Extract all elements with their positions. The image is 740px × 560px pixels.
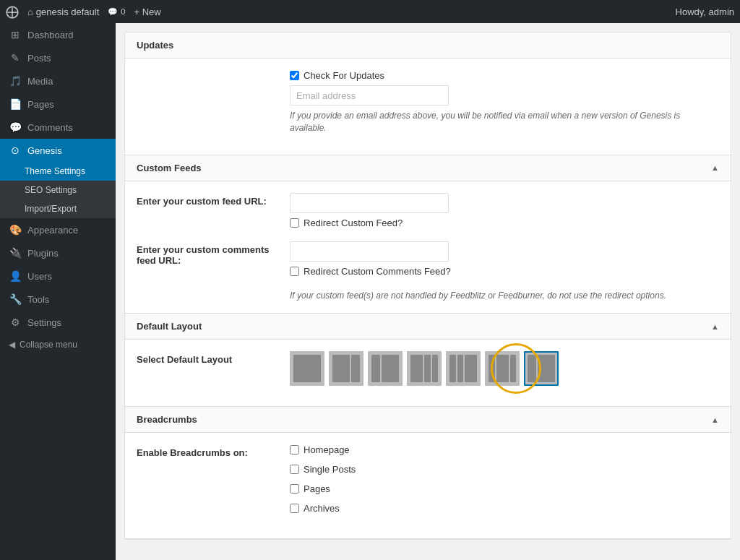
breadcrumbs-section: Breadcrumbs ▲ Enable Breadcrumbs on: Hom…	[125, 407, 731, 539]
layout-sidebar-content-sidebar[interactable]	[485, 351, 520, 386]
users-icon: 👤	[9, 270, 22, 282]
layout-right-sidebar[interactable]	[524, 351, 559, 386]
sidebar-item-tools[interactable]: 🔧 Tools	[0, 288, 116, 311]
default-layout-body: Select Default Layout	[125, 340, 731, 406]
submenu-item-theme-settings[interactable]: Theme Settings	[0, 162, 116, 181]
collapse-icon: ◀	[9, 340, 15, 350]
breadcrumb-homepage-checkbox[interactable]	[290, 445, 299, 455]
breadcrumb-archives-row: Archives	[290, 503, 719, 514]
settings-icon: ⚙	[9, 316, 22, 328]
pages-icon: 📄	[9, 98, 22, 110]
updates-field: Check For Updates If you provide an emai…	[290, 70, 719, 134]
sidebar-item-settings[interactable]: ⚙ Settings	[0, 311, 116, 334]
breadcrumb-pages-row: Pages	[290, 483, 719, 494]
new-content-button[interactable]: + New	[134, 7, 160, 17]
wp-logo-icon[interactable]: ⨁	[6, 4, 19, 20]
genesis-icon: ⊙	[9, 145, 22, 156]
breadcrumbs-checkbox-group: Homepage Single Posts Pages	[290, 444, 719, 518]
updates-section-header[interactable]: Updates	[125, 33, 731, 59]
media-icon: 🎵	[9, 75, 22, 87]
howdy-text: Howdy, admin	[676, 7, 734, 17]
dashboard-icon: ⊞	[9, 29, 22, 40]
breadcrumbs-body: Enable Breadcrumbs on: Homepage Single P…	[125, 433, 731, 538]
sidebar-item-genesis[interactable]: ⊙ Genesis	[0, 139, 116, 162]
layout-options-field	[290, 351, 719, 386]
default-layout-header[interactable]: Default Layout ▲	[125, 314, 731, 340]
breadcrumb-single-posts-checkbox[interactable]	[290, 465, 299, 474]
sidebar-item-media[interactable]: 🎵 Media	[0, 69, 116, 92]
comments-icon: 💬	[9, 121, 22, 133]
comments-feed-url-row: Enter your custom comments feed URL: Red…	[137, 241, 719, 281]
breadcrumbs-toggle-icon: ▲	[711, 415, 719, 424]
feed-url-input[interactable]	[290, 193, 449, 213]
feed-url-label: Enter your custom feed URL:	[137, 193, 281, 207]
tools-icon: 🔧	[9, 293, 22, 305]
layout-sidebar-content[interactable]	[368, 351, 403, 386]
sidebar-item-users[interactable]: 👤 Users	[0, 264, 116, 288]
submenu-item-seo-settings[interactable]: SEO Settings	[0, 181, 116, 199]
custom-feeds-note: If your custom feed(s) are not handled b…	[290, 290, 719, 302]
sidebar-item-posts[interactable]: ✎ Posts	[0, 46, 116, 69]
breadcrumbs-options-field: Homepage Single Posts Pages	[290, 444, 719, 518]
breadcrumbs-header[interactable]: Breadcrumbs ▲	[125, 407, 731, 433]
breadcrumb-pages-checkbox[interactable]	[290, 484, 299, 494]
layout-content-sidebar[interactable]	[329, 351, 363, 386]
sidebar-item-dashboard[interactable]: ⊞ Dashboard	[0, 23, 116, 46]
feed-url-field: Redirect Custom Feed?	[290, 193, 719, 233]
breadcrumb-single-posts-row: Single Posts	[290, 464, 719, 475]
admin-bar: ⨁ ⌂ genesis default 💬 0 + New Howdy, adm…	[0, 0, 740, 23]
comments-feed-url-input[interactable]	[290, 241, 449, 262]
layout-selector	[290, 351, 719, 386]
updates-section: Updates Check For Updates	[125, 33, 731, 155]
select-layout-label: Select Default Layout	[137, 351, 281, 365]
settings-wrap: Updates Check For Updates	[124, 32, 731, 540]
genesis-submenu: Theme Settings SEO Settings Import/Expor…	[0, 162, 116, 218]
layout-content-sidebar-sidebar[interactable]	[407, 351, 442, 386]
breadcrumb-homepage-row: Homepage	[290, 444, 719, 455]
default-layout-toggle-icon: ▲	[711, 322, 719, 331]
appearance-icon: 🎨	[9, 224, 22, 236]
posts-icon: ✎	[9, 52, 22, 64]
select-layout-row: Select Default Layout	[137, 351, 719, 386]
sidebar-item-appearance[interactable]: 🎨 Appearance	[0, 218, 116, 241]
default-layout-section: Default Layout ▲ Select Default Layout	[125, 314, 731, 407]
custom-feeds-section: Custom Feeds ▲ Enter your custom feed UR…	[125, 155, 731, 314]
email-input[interactable]	[290, 85, 449, 105]
check-updates-row: Check For Updates If you provide an emai…	[137, 70, 719, 134]
updates-section-body: Check For Updates If you provide an emai…	[125, 59, 731, 155]
custom-feeds-body: Enter your custom feed URL: Redirect Cus…	[125, 181, 731, 314]
layout-sidebar-sidebar-content[interactable]	[446, 351, 481, 386]
sidebar-item-pages[interactable]: 📄 Pages	[0, 92, 116, 116]
breadcrumb-archives-checkbox[interactable]	[290, 504, 299, 513]
sidebar-item-comments[interactable]: 💬 Comments	[0, 116, 116, 139]
breadcrumbs-enable-label: Enable Breadcrumbs on:	[137, 444, 281, 458]
updates-label	[137, 70, 281, 73]
comments-icon-bar[interactable]: 💬 0	[108, 7, 125, 17]
plugins-icon: 🔌	[9, 247, 22, 259]
collapse-menu-button[interactable]: ◀ Collapse menu	[0, 334, 116, 356]
sidebar-item-plugins[interactable]: 🔌 Plugins	[0, 241, 116, 264]
redirect-comments-checkbox[interactable]	[290, 267, 299, 276]
main-content: Updates Check For Updates	[116, 23, 740, 560]
redirect-comments-feed-row: Redirect Custom Comments Feed?	[290, 266, 719, 277]
check-updates-checkbox-row: Check For Updates	[290, 70, 719, 81]
admin-sidebar: ⊞ Dashboard ✎ Posts 🎵 Media 📄 Pages 💬 Co…	[0, 23, 116, 560]
submenu-item-import-export[interactable]: Import/Export	[0, 199, 116, 218]
comments-feed-url-field: Redirect Custom Comments Feed?	[290, 241, 719, 281]
breadcrumbs-enable-row: Enable Breadcrumbs on: Homepage Single P…	[137, 444, 719, 518]
check-updates-checkbox[interactable]	[290, 71, 299, 80]
site-name[interactable]: ⌂ genesis default	[27, 7, 99, 17]
redirect-feed-row: Redirect Custom Feed?	[290, 217, 719, 228]
layout-full-width[interactable]	[290, 351, 324, 386]
updates-note: If you provide an email address above, y…	[290, 110, 719, 134]
redirect-feed-checkbox[interactable]	[290, 218, 299, 228]
comments-feed-url-label: Enter your custom comments feed URL:	[137, 241, 281, 266]
feed-url-row: Enter your custom feed URL: Redirect Cus…	[137, 193, 719, 233]
custom-feeds-header[interactable]: Custom Feeds ▲	[125, 155, 731, 181]
custom-feeds-toggle-icon: ▲	[711, 163, 719, 172]
